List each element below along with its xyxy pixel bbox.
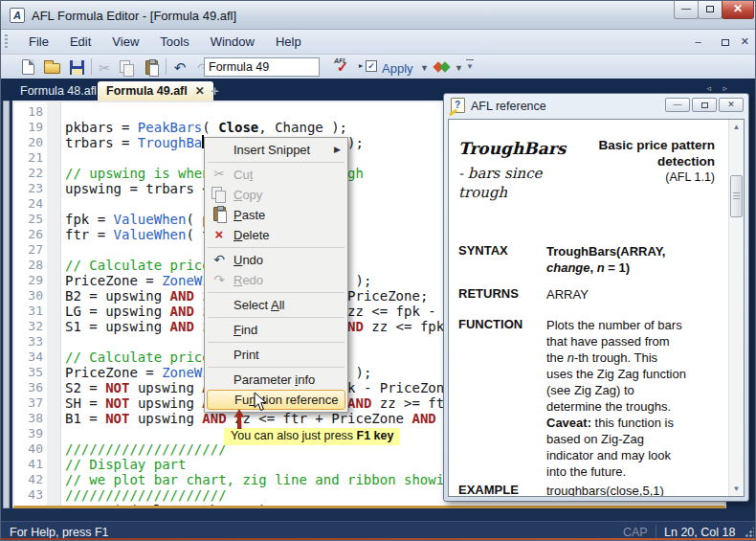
left-splitter[interactable] <box>3 101 10 508</box>
reference-scrollbar[interactable]: ▲ ▼ <box>728 120 744 496</box>
line-number: 29 <box>14 273 43 288</box>
open-folder-icon <box>44 63 60 74</box>
ref-label-function: FUNCTION <box>458 317 545 331</box>
status-separator <box>656 525 656 539</box>
tab-scroll-arrows[interactable]: ◃ ▹ <box>706 83 732 93</box>
new-document-icon <box>22 59 34 75</box>
context-menu-item-select-all[interactable]: Select All <box>205 295 347 315</box>
apply-button[interactable]: Apply <box>382 61 413 76</box>
context-menu-item-undo[interactable]: ↶Undo <box>205 250 347 270</box>
line-number: 27 <box>14 242 43 258</box>
scroll-up-icon[interactable]: ▲ <box>729 120 744 134</box>
context-menu-item-paste[interactable]: Paste <box>205 205 347 225</box>
afl-formula-editor-window: A AFL Formula Editor - [Formula 49.afl] … <box>0 0 756 541</box>
window-title: AFL Formula Editor - [Formula 49.afl] <box>32 9 236 23</box>
insert-indicator-button[interactable] <box>434 60 451 75</box>
line-number: 25 <box>14 212 43 227</box>
menu-window[interactable]: Window <box>200 30 265 54</box>
minimize-button[interactable]: — <box>674 1 699 19</box>
cut-button[interactable]: ✂ <box>95 58 114 78</box>
menu-help[interactable]: Help <box>265 30 312 54</box>
context-menu-item-redo[interactable]: ↷Redo <box>205 270 347 290</box>
line-number: 24 <box>14 196 43 212</box>
scrollbar-thumb[interactable] <box>730 175 743 217</box>
close-button[interactable]: ✕ <box>722 1 754 19</box>
menu-item-label: Paste <box>233 208 265 222</box>
context-menu-item-insert-snippet[interactable]: Insert Snippet▶ <box>205 140 347 160</box>
context-menu: Insert Snippet▶✂CutCopyPaste×Delete↶Undo… <box>204 137 348 413</box>
menu-file[interactable]: File <box>18 30 59 54</box>
save-icon <box>70 60 84 75</box>
line-number: 42 <box>14 472 43 487</box>
new-tab-icon[interactable]: + <box>211 82 219 99</box>
menubar-grip[interactable] <box>5 34 8 50</box>
tab-formula-48-afl[interactable]: Formula 48.afl <box>11 81 106 101</box>
ref-value-returns: ARRAY <box>546 286 723 303</box>
tab-label: Formula 49.afl <box>106 84 188 98</box>
function-subtitle: - bars since trough <box>458 164 566 202</box>
reference-minimize-button[interactable]: — <box>665 98 690 112</box>
context-menu-item-cut[interactable]: ✂Cut <box>205 165 347 185</box>
afl-reference-window[interactable]: AFL reference —✕ TroughBars - bars since… <box>443 93 749 502</box>
menu-separator <box>208 247 345 248</box>
function-name: TroughBars <box>458 139 566 158</box>
syntax-check-button[interactable]: AFL✓ <box>334 57 355 77</box>
context-menu-item-print[interactable]: Print <box>205 345 347 365</box>
undo-button[interactable]: ↶ <box>170 58 189 78</box>
toolbar-separator <box>91 58 92 75</box>
line-number: 28 <box>14 258 43 273</box>
reference-content: TroughBars - bars since trough Basic pri… <box>448 119 745 497</box>
title-bar[interactable]: A AFL Formula Editor - [Formula 49.afl] … <box>1 1 756 30</box>
apply-dropdown-icon[interactable]: ▼ <box>420 63 429 73</box>
menu-item-label: Insert Snippet <box>233 143 310 157</box>
line-number: 18 <box>14 104 43 120</box>
formula-name-input[interactable] <box>204 57 320 77</box>
menu-view[interactable]: View <box>101 30 149 54</box>
menu-separator <box>208 342 345 343</box>
code-line-44[interactable]: 44zz = Zig( Close, Change ); <box>14 503 724 508</box>
check-icon: ✓ <box>337 59 348 75</box>
window-controls: —✕ <box>675 1 754 19</box>
reference-title: AFL reference <box>471 100 546 113</box>
context-menu-item-function-reference[interactable]: Function reference <box>207 390 345 410</box>
scroll-down-icon[interactable]: ▼ <box>729 482 744 496</box>
function-category: Basic price patterndetection(AFL 1.1) <box>598 137 715 186</box>
reference-maximize-button[interactable] <box>692 98 717 112</box>
toolbar-overflow-icon[interactable]: ▼ <box>466 59 474 72</box>
menu-items: FileEditViewToolsWindowHelp <box>18 30 312 54</box>
reference-close-button[interactable]: ✕ <box>719 98 744 112</box>
maximize-button[interactable] <box>698 1 723 19</box>
menu-edit[interactable]: Edit <box>59 30 101 54</box>
menu-item-label: Print <box>233 348 259 362</box>
ref-label-example: EXAMPLE <box>458 483 545 497</box>
tab-formula-49-afl[interactable]: Formula 49.afl✕ <box>98 81 213 101</box>
context-menu-item-copy[interactable]: Copy <box>205 185 347 205</box>
menu-item-label: Redo <box>233 273 263 287</box>
menu-separator <box>208 367 345 368</box>
insert-dropdown-icon[interactable]: ▼ <box>455 63 463 73</box>
line-number: 39 <box>14 426 43 441</box>
scissors-icon: ✂ <box>210 165 229 185</box>
paste-button[interactable] <box>142 58 161 78</box>
line-number: 41 <box>14 457 43 472</box>
context-menu-item-parameter-info[interactable]: Parameter info <box>205 370 347 390</box>
new-button[interactable] <box>18 58 37 78</box>
submenu-arrow-icon: ▶ <box>334 140 341 160</box>
mdi-minimize-button[interactable]: – <box>696 35 701 47</box>
app-icon: A <box>10 8 25 23</box>
line-number: 44 <box>14 503 43 508</box>
context-menu-item-find[interactable]: Find <box>205 320 347 340</box>
mdi-close-button[interactable]: ✕ <box>741 35 749 47</box>
copy-button[interactable] <box>118 58 137 78</box>
context-menu-item-delete[interactable]: ×Delete <box>205 225 347 245</box>
line-number: 32 <box>14 319 43 334</box>
mdi-restore-button[interactable] <box>713 35 729 47</box>
save-button[interactable] <box>67 58 86 78</box>
line-number: 38 <box>14 411 43 426</box>
line-number: 31 <box>14 304 43 319</box>
menu-tools[interactable]: Tools <box>149 30 199 54</box>
line-number: 30 <box>14 288 43 304</box>
tab-close-icon[interactable]: ✕ <box>195 84 205 98</box>
paste-icon <box>145 60 158 75</box>
open-button[interactable] <box>42 58 61 78</box>
